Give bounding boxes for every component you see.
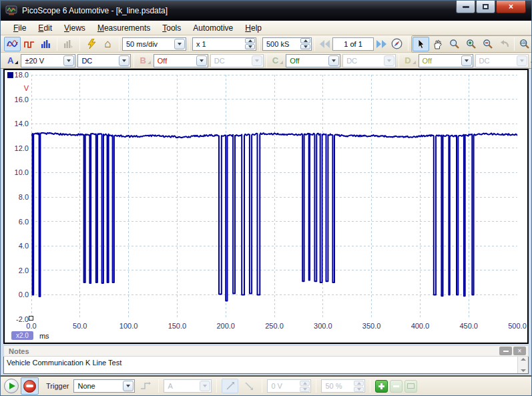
zoom-100-icon: 100 — [519, 39, 530, 49]
edge-trigger-icon — [140, 381, 151, 391]
play-icon — [9, 383, 15, 389]
trigger-toolbar: Trigger None A — [1, 375, 531, 395]
home-settings-button[interactable]: ⌂ — [99, 37, 116, 51]
dropdown-button[interactable] — [119, 55, 129, 66]
spin-down-button[interactable] — [245, 44, 255, 49]
channel-b-label[interactable]: B — [140, 55, 146, 65]
next-icon — [382, 40, 386, 48]
sample-count-spinner[interactable]: 500 kS — [262, 37, 312, 51]
start-capture-button[interactable] — [4, 379, 19, 393]
buffer-navigator-button[interactable] — [388, 37, 405, 51]
channel-a-range-select[interactable]: ±20 V — [21, 54, 75, 67]
y-axis-tick-label: 4.0 — [5, 242, 29, 250]
prev-waveform-button[interactable] — [320, 40, 330, 48]
channel-d-range-select[interactable]: Off — [419, 54, 473, 67]
menu-automotive[interactable]: Automotive — [187, 22, 239, 34]
dropdown-button[interactable] — [174, 39, 185, 49]
spin-up-button[interactable] — [245, 38, 255, 43]
notes-close-button[interactable]: × — [513, 347, 526, 355]
x-axis-tick-label: 450.0 — [454, 322, 483, 330]
toolbar-separator — [370, 379, 370, 393]
falling-edge-icon — [244, 381, 254, 391]
channel-b-menu-icon — [148, 61, 151, 64]
stop-capture-button[interactable] — [21, 377, 39, 395]
notes-input[interactable]: Vehicle Communication K Line Test — [4, 357, 517, 373]
next-waveform-button[interactable] — [376, 40, 386, 48]
notes-scrollbar[interactable] — [517, 357, 528, 373]
add-measurement-button[interactable] — [375, 380, 388, 393]
image-icon — [407, 383, 415, 389]
spectrum-view-button[interactable] — [37, 37, 54, 51]
channel-b-range-select[interactable]: Off — [154, 54, 208, 67]
dropdown-button[interactable] — [461, 55, 472, 66]
hand-icon — [433, 39, 443, 49]
zoom-out-tool[interactable] — [479, 37, 496, 51]
chevron-down-icon — [203, 385, 207, 387]
dropdown-button[interactable] — [328, 55, 339, 66]
persistence-view-button[interactable] — [21, 37, 37, 51]
main-toolbar: ⌂ 50 ms/div x 1 500 kS 1 of 1 — [1, 35, 531, 53]
remove-measurement-button-disabled — [390, 380, 403, 393]
channel-a-coupling-select[interactable]: DC — [77, 54, 131, 67]
menu-edit[interactable]: Edit — [32, 22, 58, 34]
zoom-factor-value: x 1 — [193, 40, 244, 48]
menu-help[interactable]: Help — [239, 22, 268, 34]
toolbar-separator — [266, 54, 267, 67]
close-button[interactable]: × — [496, 1, 526, 13]
x-axis-tick-label: 200.0 — [211, 322, 240, 330]
dropdown-button[interactable] — [196, 55, 207, 66]
rising-edge-icon — [226, 381, 235, 391]
trigger-source-value: A — [164, 382, 199, 390]
menu-views[interactable]: Views — [58, 22, 91, 34]
chevron-up-icon — [303, 382, 307, 385]
zoom-factor-spinner[interactable]: x 1 — [192, 37, 256, 51]
toolbar-separator — [158, 379, 159, 393]
spin-up-button — [354, 381, 364, 386]
y-axis-tick-label: 18.0 — [5, 71, 29, 79]
chevron-down-icon — [67, 59, 71, 62]
chevron-down-icon — [303, 388, 307, 391]
toolbar-separator — [79, 37, 80, 51]
spin-up-button[interactable] — [300, 38, 310, 43]
add-view-icon — [63, 39, 74, 49]
trigger-source-select-disabled: A — [164, 379, 212, 393]
marquee-zoom-tool[interactable] — [446, 37, 463, 51]
normal-selection-tool[interactable] — [413, 37, 429, 51]
toolbar-separator — [134, 54, 134, 67]
channel-c-label[interactable]: C — [272, 55, 278, 65]
channel-d-menu-icon — [413, 61, 416, 64]
notes-minimize-button[interactable] — [499, 347, 512, 355]
channel-d-label[interactable]: D — [405, 55, 411, 65]
menu-measurements[interactable]: Measurements — [91, 22, 156, 34]
axis-origin-handle[interactable] — [29, 316, 33, 321]
minimize-button[interactable] — [456, 1, 475, 13]
plot-grid[interactable] — [31, 75, 517, 319]
sample-count-value: 500 kS — [263, 40, 300, 48]
notes-header: Notes × — [3, 345, 529, 357]
toolbar-separator — [57, 37, 57, 51]
scope-view-button[interactable] — [4, 37, 21, 51]
persistence-icon — [24, 39, 35, 49]
channel-a-label[interactable]: A — [7, 55, 13, 65]
hand-pan-tool[interactable] — [429, 37, 446, 51]
zoom-full-button[interactable]: 100 — [516, 37, 532, 51]
pretrigger-spinner-disabled: 50 % — [321, 379, 365, 393]
x-axis-tick-label: 400.0 — [405, 322, 435, 330]
menu-tools[interactable]: Tools — [156, 22, 187, 34]
auto-setup-button[interactable] — [83, 37, 99, 51]
title-bar[interactable]: PicoScope 6 Automotive - [k_line.psdata]… — [1, 1, 531, 21]
menu-file[interactable]: File — [7, 22, 32, 34]
dropdown-button[interactable] — [63, 55, 74, 66]
zoom-in-tool[interactable] — [463, 37, 479, 51]
spin-down-button[interactable] — [300, 44, 310, 49]
channel-c-range-select[interactable]: Off — [286, 54, 340, 67]
channel-a-menu-icon — [15, 61, 18, 64]
toolbar-separator — [189, 37, 190, 51]
probes-button[interactable] — [529, 53, 532, 68]
channel-d-range-value: Off — [419, 57, 461, 65]
dropdown-button[interactable] — [123, 381, 134, 391]
restore-button[interactable] — [476, 1, 495, 13]
plus-icon — [378, 383, 384, 389]
timebase-select[interactable]: 50 ms/div — [122, 37, 186, 51]
trigger-mode-select[interactable]: None — [73, 379, 135, 393]
